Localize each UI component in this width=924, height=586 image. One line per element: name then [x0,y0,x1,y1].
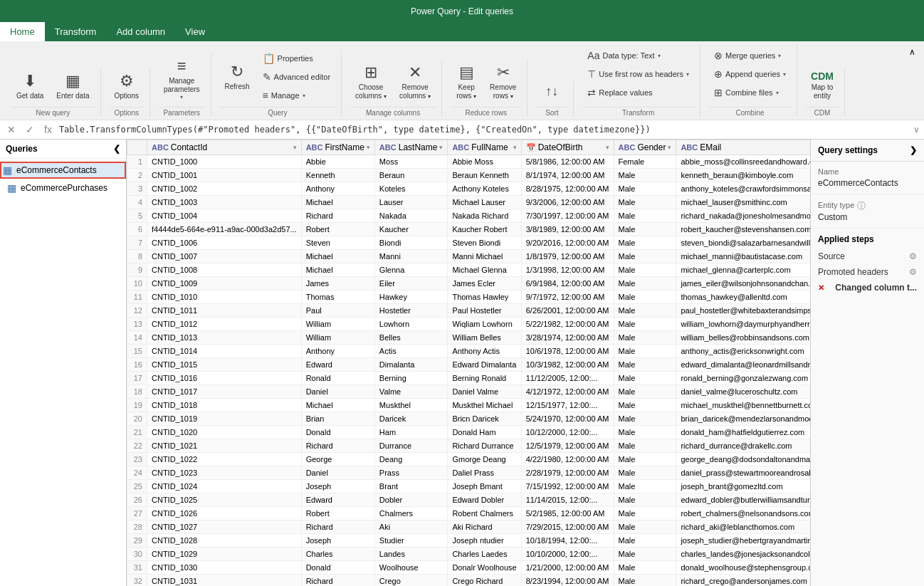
row-number: 10 [127,277,147,291]
combine-files-button[interactable]: ⊞ Combine files ▾ [709,84,791,101]
col-header-lastname[interactable]: ABC LastName ▾ [374,140,448,155]
col-header-dateofbirth[interactable]: 📅 DateOfBirth ▾ [521,140,614,155]
dateofbirth-filter-button[interactable]: ▾ [606,144,609,151]
cell-fullname: Kaucher Robert [448,223,521,236]
table-row[interactable]: 5CNTID_1004RichardNakadaNakada Richard7/… [127,209,811,223]
expand-formula-button[interactable]: ∨ [913,125,920,135]
tab-view[interactable]: View [175,22,215,41]
firstname-filter-button[interactable]: ▾ [367,144,370,151]
data-type-button[interactable]: Aa Data type: Text ▾ [582,47,694,64]
table-row[interactable]: 13CNTID_1012WilliamLowhornWiqliam Lowhor… [127,318,811,331]
table-row[interactable]: 18CNTID_1017DanielValmeDaniel Valme4/12/… [127,385,811,399]
table-row[interactable]: 7CNTID_1006StevenBiondiSteven Biondi9/20… [127,236,811,250]
table-row[interactable]: 21CNTID_1020DonaldHamDonald Ham10/12/200… [127,426,811,439]
use-first-row-button[interactable]: ⊤ Use first row as headers ▾ [582,66,694,83]
step-promoted-headers-gear-icon[interactable]: ⚙ [909,267,917,277]
properties-button[interactable]: 📋 Properties [258,50,336,67]
cell-fullname: Michael Lauser [448,196,521,209]
cell-email: charles_landes@jonesjacksonandcole.com [676,548,810,561]
step-delete-button[interactable]: ✕ [818,283,824,293]
confirm-formula-button[interactable]: ✓ [23,122,37,137]
tab-transform[interactable]: Transform [45,22,107,41]
applied-steps-title: Applied steps [818,234,917,244]
table-row[interactable]: 17CNTID_1016RonaldBerningBerning Ronald1… [127,372,811,385]
col-header-email[interactable]: ABC EMail ▾ [676,140,810,155]
step-source-gear-icon[interactable]: ⚙ [909,251,917,261]
fullname-filter-button[interactable]: ▾ [513,144,517,151]
tab-home[interactable]: Home [0,22,45,41]
refresh-button[interactable]: ↻ Refresh [220,59,255,95]
map-to-entity-button[interactable]: CDM Map toentity [806,67,839,104]
table-row[interactable]: 24CNTID_1023DanielPrassDaliel Prass2/28/… [127,466,811,480]
table-row[interactable]: 25CNTID_1024JosephBrantJoseph Bmant7/15/… [127,480,811,493]
get-data-button[interactable]: ⬇ Get data [11,68,48,104]
cell-dateofbirth: 2/28/1979, 12:00:00 AM [521,466,614,480]
step-source[interactable]: Source ⚙ [818,248,917,264]
formula-input[interactable] [59,125,909,135]
sort-button[interactable]: ↑↓ [536,80,567,104]
table-row[interactable]: 3CNTID_1002AnthonyKotelesActhony Koteles… [127,182,811,196]
gender-filter-button[interactable]: ▾ [668,144,671,151]
row-number: 17 [127,372,147,385]
cancel-formula-button[interactable]: ✕ [4,122,19,137]
remove-columns-button[interactable]: ✕ Removecolumns ▾ [394,60,436,104]
append-queries-button[interactable]: ⊕ Append queries ▾ [709,66,791,83]
table-row[interactable]: 20CNTID_1019BrianDaricekBricn Daricek5/2… [127,412,811,426]
table-row[interactable]: 6f4444de5-664e-e911-a9ac-000d3a2d57...Ro… [127,223,811,236]
merge-queries-button[interactable]: ⊗ Merge queries ▾ [709,47,791,64]
cell-contactid: CNTID_1014 [147,345,302,358]
ribbon-group-cdm: CDM Map toentity CDM [800,67,845,117]
table-row[interactable]: 8CNTID_1007MichaelManniManni Michael1/8/… [127,250,811,263]
lastname-filter-button[interactable]: ▾ [439,144,443,151]
table-row[interactable]: 28CNTID_1027RichardAkiAki Richard7/29/20… [127,520,811,534]
enter-data-button[interactable]: ▦ Enter data [51,68,94,104]
keep-rows-button[interactable]: ▤ Keeprows ▾ [451,60,482,104]
expand-settings-button[interactable]: ❯ [910,145,917,155]
table-row[interactable]: 32CNTID_1031RichardCregoCrego Richard8/2… [127,575,811,587]
table-row[interactable]: 1CNTID_1000AbbieMossAbbie Moss5/8/1986, … [127,155,811,169]
table-row[interactable]: 31CNTID_1030DonaldWoolhouseDonalr Woolho… [127,561,811,575]
contactid-filter-button[interactable]: ▾ [293,144,297,151]
table-row[interactable]: 19CNTID_1018MichaelMuskthelMuskthel Mich… [127,399,811,412]
table-row[interactable]: 11CNTID_1010ThomasHawkeyThomas Hawley9/7… [127,291,811,304]
step-promoted-headers[interactable]: Promoted headers ⚙ [818,264,917,280]
collapse-ribbon-button[interactable]: ∧ [906,44,918,60]
entity-type-info-icon[interactable]: ⓘ [857,200,866,212]
table-row[interactable]: 14CNTID_1013WilliamBellesWilliam Belles3… [127,331,811,345]
table-row[interactable]: 10CNTID_1009JamesEilerJames Ecler6/9/198… [127,277,811,291]
table-row[interactable]: 15CNTID_1014AnthonyActisAnthony Actis10/… [127,345,811,358]
query-item-ecommerce-purchases[interactable]: ▦ eCommercePurchases [0,179,126,197]
collapse-queries-button[interactable]: ❮ [113,144,120,154]
tab-add-column[interactable]: Add column [106,22,175,41]
cell-lastname: Biondi [374,236,448,250]
table-row[interactable]: 23CNTID_1022GeorgeDeangGmorge Deang4/22/… [127,453,811,466]
ribbon-group-query: ↻ Refresh 📋 Properties ✎ Advanced editor… [214,50,342,117]
choose-columns-button[interactable]: ⊞ Choosecolumns ▾ [350,60,392,104]
cell-contactid: CNTID_1000 [147,155,302,169]
grid-container[interactable]: ABC ContactId ▾ ABC FirstName ▾ [127,140,810,586]
options-button[interactable]: ⚙ Options [110,68,144,104]
cell-dateofbirth: 10/10/2000, 12:00:... [521,548,614,561]
col-header-contactid[interactable]: ABC ContactId ▾ [147,140,302,155]
table-row[interactable]: 2CNTID_1001KennethBeraunBeraun Kenneth8/… [127,169,811,182]
table-row[interactable]: 30CNTID_1029CharlesLandesCharles Laedes1… [127,548,811,561]
manage-button[interactable]: ≡ Manage ▾ [258,87,336,104]
manage-parameters-button[interactable]: ≡ Manageparameters ▾ [159,53,205,104]
table-row[interactable]: 4CNTID_1003MichaelLauserMichael Lauser9/… [127,196,811,209]
table-row[interactable]: 29CNTID_1028JosephStudierJoseph ntudier1… [127,534,811,548]
table-row[interactable]: 26CNTID_1025EdwardDoblerEdward Dobler11/… [127,493,811,507]
lastname-col-label: LastName [399,142,438,152]
table-row[interactable]: 22CNTID_1021RichardDurranceRichard Durra… [127,439,811,453]
query-item-ecommerce-contacts[interactable]: ▦ eCommerceContacts [0,162,126,179]
table-row[interactable]: 27CNTID_1026RobertChalmersRobent Chalmer… [127,507,811,520]
col-header-gender[interactable]: ABC Gender ▾ [614,140,676,155]
col-header-firstname[interactable]: ABC FirstName ▾ [301,140,374,155]
table-row[interactable]: 16CNTID_1015EdwardDimalantaEdward Dimala… [127,358,811,372]
step-changed-column[interactable]: ✕ Changed column t... [818,280,917,295]
col-header-fullname[interactable]: ABC FullName ▾ [448,140,521,155]
advanced-editor-button[interactable]: ✎ Advanced editor [258,68,336,85]
replace-values-button[interactable]: ⇄ Replace values [582,84,694,101]
table-row[interactable]: 9CNTID_1008MichaelGlennaMichael Glenna1/… [127,263,811,277]
remove-rows-button[interactable]: ✂ Removerows ▾ [485,60,521,104]
table-row[interactable]: 12CNTID_1011PaulHostetlerPaul Hostetler6… [127,304,811,318]
